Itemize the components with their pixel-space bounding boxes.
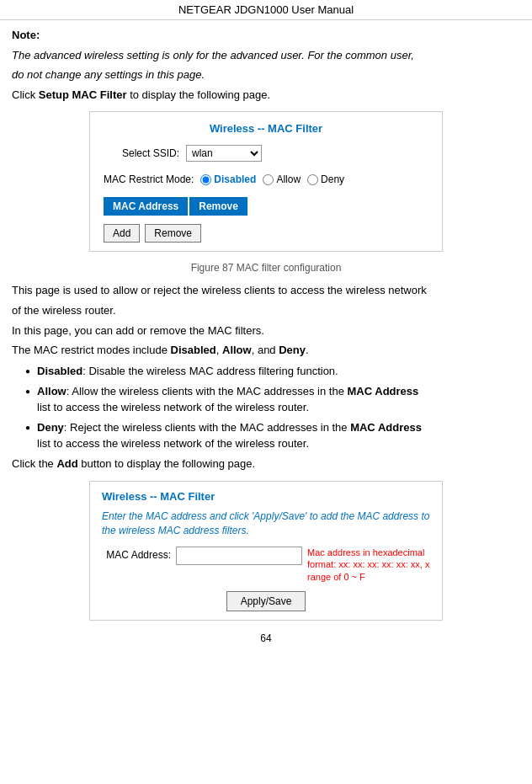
restrict-mode-row: MAC Restrict Mode: Disabled Allow Deny [104,173,428,185]
panel1-btn-row: Add Remove [104,224,428,243]
panel2-title: Wireless -- MAC Filter [102,490,430,503]
mac-address-input[interactable] [176,547,302,565]
page-title: NETGEAR JDGN1000 User Manual [0,0,532,20]
radio-deny-input[interactable] [307,174,318,185]
mac-address-row: MAC Address: Mac address in hexadecimal … [102,547,430,583]
body-line2: of the wireless router. [12,302,520,320]
note-line1: The advanced wireless setting is only fo… [12,49,414,61]
note-line2: do not change any settings in this page. [12,68,205,81]
restrict-label: MAC Restrict Mode: [104,173,194,185]
body-allow: Allow [222,344,252,356]
radio-allow[interactable]: Allow [263,173,301,185]
add-bold: Add [56,457,77,470]
th-remove: Remove [189,197,247,216]
list-item-deny: Deny: Reject the wireless clients with t… [25,419,520,452]
bullet2-bold: Allow [37,385,66,397]
body-line1: This page is used to allow or reject the… [12,282,520,300]
mac-filter-panel-1: Wireless -- MAC Filter Select SSID: wlan… [89,111,443,252]
radio-allow-input[interactable] [263,174,274,185]
th-mac-address: MAC Address [104,197,188,216]
mac-address-label: MAC Address: [102,547,171,561]
bullet3-bold2: MAC Address [350,421,422,434]
ssid-select[interactable]: wlan [186,145,262,162]
radio-disabled-input[interactable] [200,174,211,185]
ssid-row: Select SSID: wlan [104,145,428,162]
body-disabled: Disabled [171,344,216,356]
bullet1-text: : Disable the wireless MAC address filte… [82,365,338,377]
apply-btn-row: Apply/Save [102,591,430,611]
mac-hint: Mac address in hexadecimal format: xx: x… [307,547,430,583]
mac-filter-panel-2: Wireless -- MAC Filter Enter the MAC add… [89,481,443,620]
list-item-allow: Allow: Allow the wireless clients with t… [25,383,520,416]
body-deny: Deny [279,344,306,356]
bullet2-bold2: MAC Address [348,385,419,397]
apply-save-button[interactable]: Apply/Save [226,591,306,611]
panel2-info: Enter the MAC address and click 'Apply/S… [102,509,430,538]
list-item-disabled: Disabled: Disable the wireless MAC addre… [25,363,520,380]
note-line3: Click Setup MAC Filter to display the fo… [12,87,520,104]
radio-disabled[interactable]: Disabled [200,173,256,185]
radio-deny[interactable]: Deny [307,173,344,185]
bullet1-bold: Disabled [37,365,82,377]
bullet3-bold: Deny [37,421,64,434]
bullet-list: Disabled: Disable the wireless MAC addre… [12,363,520,452]
body-line4: The MAC restrict modes include Disabled,… [12,342,520,360]
figure-caption: Figure 87 MAC filter configuration [12,260,520,275]
page-number: 64 [12,632,520,644]
add-instruction: Click the Add button to display the foll… [12,456,520,473]
table-header: MAC Address Remove [104,197,428,216]
body-line3: In this page, you can add or remove the … [12,323,520,340]
panel1-title: Wireless -- MAC Filter [104,122,428,135]
note-label: Note: [12,29,40,41]
radio-group: Disabled Allow Deny [200,173,344,185]
ssid-label: Select SSID: [104,147,179,159]
remove-button[interactable]: Remove [145,224,201,243]
add-button[interactable]: Add [104,224,140,243]
